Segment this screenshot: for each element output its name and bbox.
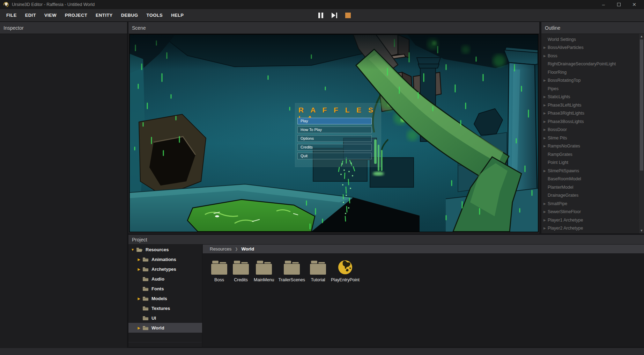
tree-item-resources[interactable]: ▼Resources [128,245,202,254]
game-button-quit[interactable]: Quit [297,153,372,159]
outline-item[interactable]: ▶Player2 Archetype [541,224,639,233]
file-item-boss[interactable]: Boss [208,260,230,282]
file-item-credits[interactable]: Credits [230,260,252,282]
outline-item[interactable]: ▶Phase3BossLights [541,117,639,126]
scroll-down-icon[interactable]: ▼ [639,229,644,233]
outline-item[interactable]: ▶SewerSlimeFloor [541,208,639,216]
outline-item-label: Player2 Archetype [548,226,583,231]
outline-item[interactable]: ▶RampsNoGrates [541,142,639,151]
outline-item-label: FloorRing [548,70,567,75]
expand-toggle-icon[interactable]: ▶ [137,326,141,330]
tree-item-models[interactable]: ▶Models [128,294,202,303]
menu-file[interactable]: FILE [2,9,21,21]
outline-item[interactable]: ▶Phase3LeftLights [541,101,639,109]
expand-arrow-icon[interactable]: ▶ [543,128,548,131]
expand-arrow-icon[interactable]: ▶ [543,169,548,173]
outline-item-label: BossDoor [548,127,567,132]
outline-item[interactable]: ▶SlimePitSpawns [541,167,639,175]
outline-item-label: BossAliveParticles [548,45,584,50]
file-item-playentrypoint[interactable]: PlayEntryPoint [329,260,362,282]
tree-item-label: Archetypes [151,267,176,272]
outline-item[interactable]: ▶StaticLights [541,93,639,101]
scrollbar-thumb[interactable] [640,39,643,171]
folder-icon [142,326,149,330]
maximize-button[interactable] [613,0,625,9]
step-frame-button[interactable] [331,11,338,20]
expand-arrow-icon[interactable]: ▶ [543,95,548,99]
outline-scrollbar[interactable]: ▲ ▼ [639,34,644,233]
expand-arrow-icon[interactable]: ▶ [543,226,548,230]
outline-item[interactable]: ▶SmallPipe [541,200,639,208]
expand-arrow-icon[interactable]: ▶ [543,54,548,58]
expand-toggle-icon[interactable]: ▶ [137,258,141,261]
menu-project[interactable]: PROJECT [61,9,91,21]
game-button-how-to-play[interactable]: How To Play [297,126,372,133]
game-button-credits[interactable]: Credits [297,144,372,151]
folder-icon [142,257,149,262]
outline-item[interactable]: FloorRing [541,68,639,77]
expand-arrow-icon[interactable]: ▶ [543,202,548,205]
file-item-trailerscenes[interactable]: TrailerScenes [276,260,307,282]
tree-item-world[interactable]: ▶World [128,323,202,333]
outline-item[interactable]: DrainageGrates [541,191,639,200]
outline-item[interactable]: ▶Boss [541,52,639,60]
game-button-play[interactable]: Play [297,118,372,124]
outline-item[interactable]: World Settings [541,35,639,44]
outline-item[interactable]: ▶Slime Pits [541,134,639,142]
expand-arrow-icon[interactable]: ▶ [543,144,548,148]
outline-item[interactable]: ▶Phase3RightLights [541,109,639,118]
menu-edit[interactable]: EDIT [21,9,40,21]
tree-item-textures[interactable]: Textures [128,303,202,313]
outline-item[interactable]: RightDrainageSecondaryPointLight [541,60,639,68]
expand-arrow-icon[interactable]: ▶ [543,136,548,140]
minimize-button[interactable]: – [597,0,610,9]
menu-view[interactable]: VIEW [40,9,61,21]
folder-icon [233,260,249,275]
outline-item-label: RampGrates [548,152,572,157]
tree-item-archetypes[interactable]: ▶Archetypes [128,264,202,274]
expand-arrow-icon[interactable]: ▶ [543,79,548,82]
outline-item[interactable]: ▶BossRotatingTop [541,77,639,85]
expand-arrow-icon[interactable]: ▶ [543,103,548,107]
outline-item[interactable]: ▶Player1 Archetype [541,216,639,224]
tree-item-fonts[interactable]: Fonts [128,284,202,294]
stop-icon [345,13,351,18]
outline-item[interactable]: Pipes [541,85,639,93]
expand-arrow-icon[interactable]: ▶ [543,120,548,123]
file-item-label: TrailerScenes [278,277,305,282]
outline-item[interactable]: Point Light [541,159,639,167]
tree-item-animations[interactable]: ▶Animations [128,254,202,264]
file-item-mainmenu[interactable]: MainMenu [252,260,276,282]
menu-tools[interactable]: TOOLS [142,9,167,21]
menu-help[interactable]: HELP [167,9,188,21]
file-item-tutorial[interactable]: Tutorial [307,260,329,282]
collapse-toggle-icon[interactable]: ▼ [131,248,135,252]
stop-button[interactable] [344,11,352,20]
pause-button[interactable] [317,11,325,20]
outline-item[interactable]: PlanterModel [541,183,639,191]
outline-item[interactable]: ▶BossDoor [541,126,639,134]
game-button-options[interactable]: Options [297,135,372,142]
tree-item-audio[interactable]: Audio [128,274,202,284]
menu-entity[interactable]: ENTITY [91,9,117,21]
scene-viewport[interactable]: R A F F L E S I A PlayHow To PlayOptions… [129,34,539,232]
breadcrumb-resources[interactable]: Resources [210,245,231,253]
tree-item-ui[interactable]: UI [128,313,202,323]
menu-bar: FILEEDITVIEWPROJECTENTITYDEBUGTOOLSHELP [0,9,644,22]
outline-item[interactable]: BaseRoomModel [541,175,639,183]
project-panel: Project ▼Resources▶Animations▶Archetypes… [128,235,644,347]
file-item-label: MainMenu [254,277,274,282]
expand-toggle-icon[interactable]: ▶ [137,297,141,300]
outline-item[interactable]: ▶BossAliveParticles [541,44,639,52]
expand-arrow-icon[interactable]: ▶ [543,210,548,213]
expand-arrow-icon[interactable]: ▶ [543,46,548,49]
menu-debug[interactable]: DEBUG [117,9,142,21]
scroll-up-icon[interactable]: ▲ [639,34,644,39]
outline-item-label: Player1 Archetype [548,218,583,223]
close-button[interactable]: ✕ [628,0,641,9]
expand-arrow-icon[interactable]: ▶ [543,111,548,115]
expand-toggle-icon[interactable]: ▶ [137,267,141,271]
outline-item[interactable]: RampGrates [541,150,639,159]
outline-item-label: DrainageGrates [548,193,578,198]
expand-arrow-icon[interactable]: ▶ [543,218,548,222]
